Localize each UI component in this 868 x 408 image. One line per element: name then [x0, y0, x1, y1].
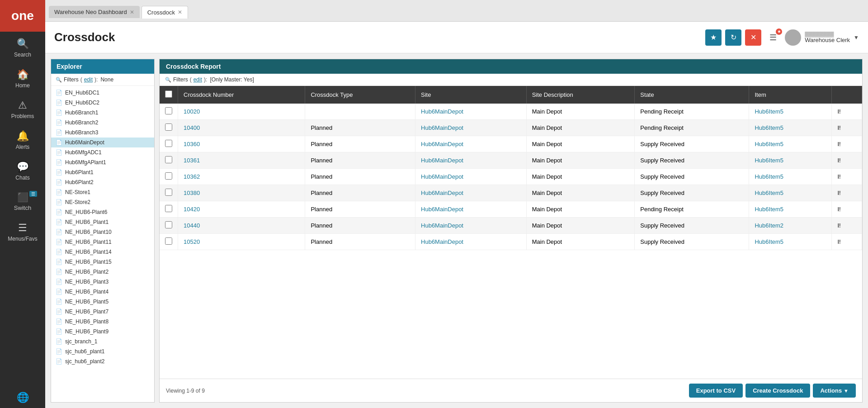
explorer-item[interactable]: 📄NE_HUB6_Plant11 [51, 237, 154, 247]
row-site[interactable]: Hub6MainDepot [415, 136, 527, 152]
row-site[interactable]: Hub6MainDepot [415, 104, 527, 120]
favorite-button[interactable]: ★ [705, 29, 722, 46]
row-site[interactable]: Hub6MainDepot [415, 185, 527, 201]
row-checkbox[interactable] [165, 123, 172, 131]
row-site[interactable]: Hub6MainDepot [415, 218, 527, 234]
explorer-item[interactable]: 📄NE_HUB6_Plant10 [51, 227, 154, 237]
row-site[interactable]: Hub6MainDepot [415, 120, 527, 136]
sidebar-item-menus[interactable]: ☰ Menus/Favs [0, 216, 45, 247]
sidebar-item-switch[interactable]: ⬛ ☰ Switch [0, 185, 45, 216]
row-crossdock-type [305, 104, 415, 120]
row-site[interactable]: Hub6MainDepot [415, 201, 527, 218]
row-checkbox[interactable] [165, 237, 172, 245]
tab-dashboard[interactable]: Warehouse Neo Dashboard ✕ [49, 6, 140, 18]
row-item[interactable]: Hub6Item5 [749, 136, 832, 152]
row-item[interactable]: Hub6Item5 [749, 185, 832, 201]
explorer-item[interactable]: 📄NE_HUB6_Plant8 [51, 317, 154, 327]
explorer-item[interactable]: 📄NE_HUB6_Plant9 [51, 327, 154, 337]
explorer-item[interactable]: 📄NE_HUB6_Plant15 [51, 257, 154, 267]
explorer-item[interactable]: 📄NE_HUB6_Plant14 [51, 247, 154, 257]
explorer-item[interactable]: 📄EN_Hub6DC1 [51, 88, 154, 98]
explorer-item[interactable]: 📄NE-Store2 [51, 197, 154, 207]
sidebar-item-chats[interactable]: 💬 Chats [0, 155, 45, 185]
row-checkbox[interactable] [165, 172, 172, 180]
row-checkbox[interactable] [165, 140, 172, 147]
file-icon: 📄 [56, 100, 62, 106]
explorer-item[interactable]: 📄NE_HUB6_Plant1 [51, 217, 154, 227]
explorer-item[interactable]: 📄NE_HUB6-Plant6 [51, 207, 154, 217]
report-header: Crossdock Report [160, 59, 862, 74]
app-logo[interactable]: one [0, 0, 45, 32]
explorer-item[interactable]: 📄Hub6MfgADC1 [51, 147, 154, 157]
explorer-item[interactable]: 📄NE_HUB6_Plant2 [51, 267, 154, 277]
row-crossdock-number[interactable]: 10360 [178, 136, 305, 152]
explorer-item[interactable]: 📄Hub6Branch1 [51, 108, 154, 118]
column-site: Site [415, 86, 527, 104]
file-icon: 📄 [56, 129, 62, 136]
row-item[interactable]: Hub6Item5 [749, 120, 832, 136]
file-icon: 📄 [56, 179, 62, 185]
report-filters-edit-link[interactable]: edit [193, 76, 202, 83]
explorer-item[interactable]: 📄Hub6MainDepot [51, 138, 154, 147]
header-menu-button[interactable]: ☰ ★ [765, 29, 781, 46]
row-site[interactable]: Hub6MainDepot [415, 152, 527, 169]
row-crossdock-number[interactable]: 10380 [178, 185, 305, 201]
row-item[interactable]: Hub6Item2 [749, 218, 832, 234]
row-item[interactable]: Hub6Item5 [749, 201, 832, 218]
row-crossdock-number[interactable]: 10420 [178, 201, 305, 218]
explorer-item[interactable]: 📄Hub6Branch2 [51, 118, 154, 128]
row-crossdock-number[interactable]: 10361 [178, 152, 305, 169]
sidebar-item-globe[interactable]: 🌐 [0, 385, 45, 408]
row-site[interactable]: Hub6MainDepot [415, 169, 527, 185]
row-crossdock-number[interactable]: 10400 [178, 120, 305, 136]
sidebar-item-problems[interactable]: ⚠ Problems [0, 93, 45, 124]
row-item[interactable]: Hub6Item5 [749, 152, 832, 169]
explorer-item[interactable]: 📄NE_HUB6_Plant4 [51, 287, 154, 297]
row-item[interactable]: Hub6Item5 [749, 104, 832, 120]
row-crossdock-number[interactable]: 10440 [178, 218, 305, 234]
select-all-checkbox[interactable] [165, 90, 172, 98]
sidebar-item-alerts[interactable]: 🔔 Alerts [0, 124, 45, 155]
row-checkbox[interactable] [165, 107, 172, 114]
user-dropdown-icon[interactable]: ▼ [854, 34, 859, 41]
row-site[interactable]: Hub6MainDepot [415, 234, 527, 250]
actions-button[interactable]: Actions ▼ [813, 384, 856, 398]
row-item[interactable]: Hub6Item5 [749, 234, 832, 250]
explorer-item-label: NE_HUB6_Plant11 [65, 239, 112, 245]
row-checkbox[interactable] [165, 156, 172, 163]
filters-edit-link[interactable]: edit [84, 76, 93, 83]
tab-close-icon[interactable]: ✕ [130, 9, 134, 15]
row-checkbox[interactable] [165, 205, 172, 212]
explorer-item[interactable]: 📄NE-Store1 [51, 187, 154, 197]
close-page-button[interactable]: ✕ [745, 29, 761, 46]
row-checkbox[interactable] [165, 189, 172, 196]
explorer-item[interactable]: 📄sjc_hub6_plant1 [51, 346, 154, 356]
explorer-item[interactable]: 📄NE_HUB6_Plant5 [51, 297, 154, 307]
tab-crossdock[interactable]: Crossdock ✕ [142, 6, 188, 19]
sidebar-item-search[interactable]: 🔍 Search [0, 32, 45, 62]
explorer-item[interactable]: 📄Hub6Plant1 [51, 167, 154, 177]
explorer-item[interactable]: 📄sjc_branch_1 [51, 337, 154, 346]
row-crossdock-number[interactable]: 10020 [178, 104, 305, 120]
row-item[interactable]: Hub6Item5 [749, 169, 832, 185]
row-checkbox[interactable] [165, 221, 172, 228]
sidebar-item-label: Chats [15, 175, 29, 181]
user-info: ▓▓▓▓▓▓▓▓ Warehouse Clerk [805, 31, 850, 43]
explorer-item[interactable]: 📄Hub6MfgAPlant1 [51, 157, 154, 167]
refresh-button[interactable]: ↻ [725, 29, 741, 46]
explorer-item[interactable]: 📄EN_Hub6DC2 [51, 98, 154, 108]
explorer-item[interactable]: 📄Hub6Branch3 [51, 128, 154, 138]
explorer-item[interactable]: 📄Hub6Plant2 [51, 177, 154, 187]
explorer-item[interactable]: 📄sjc_hub6_plant2 [51, 356, 154, 366]
header-actions: ★ ↻ ✕ ☰ ★ ▓▓▓▓▓▓▓▓ Warehouse Clerk ▼ [705, 29, 859, 46]
explorer-item[interactable]: 📄NE_HUB6_Plant7 [51, 307, 154, 317]
sidebar-item-home[interactable]: 🏠 Home [0, 62, 45, 93]
create-crossdock-button[interactable]: Create Crossdock [745, 384, 810, 398]
export-csv-button[interactable]: Export to CSV [689, 384, 743, 398]
explorer-item-label: NE_HUB6_Plant9 [65, 328, 108, 335]
row-crossdock-number[interactable]: 10362 [178, 169, 305, 185]
badge-star-icon: ★ [777, 29, 781, 34]
row-crossdock-number[interactable]: 10520 [178, 234, 305, 250]
tab-close-icon[interactable]: ✕ [178, 9, 182, 15]
explorer-item[interactable]: 📄NE_HUB6_Plant3 [51, 277, 154, 287]
